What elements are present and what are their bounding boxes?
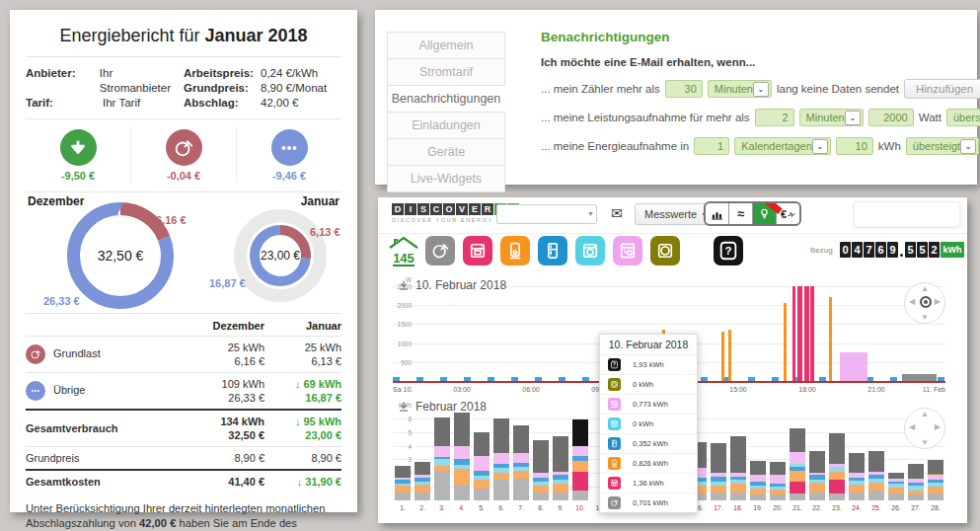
fridge-icon[interactable]: [538, 236, 567, 266]
day-chart-pan-control[interactable]: ▲▼ ◀▶: [904, 282, 945, 324]
bar-slot: [393, 466, 413, 500]
cost-view-icon[interactable]: €: [777, 203, 799, 224]
power-duration-select[interactable]: Minuten⌄: [799, 109, 864, 126]
bar-segment-rest: [434, 417, 450, 446]
tab-stromtarif[interactable]: Stromtarif: [387, 59, 505, 86]
pan-up-icon[interactable]: ▲: [921, 410, 929, 418]
meter-unit: kWh: [941, 242, 964, 258]
report-title: Energiebericht für Januar 2018: [26, 22, 341, 57]
energy-kwh-input[interactable]: [836, 137, 873, 155]
pan-down-icon[interactable]: ▼: [921, 438, 929, 447]
bar-segment-heater: [928, 487, 943, 493]
logo-letter: S: [417, 203, 429, 215]
energy-compare-select[interactable]: übersteigt⌄: [906, 137, 979, 155]
bar-segment-dishwasher: [572, 446, 588, 457]
bar-segment-rest: [908, 464, 924, 479]
consumption-table: Dezember Januar Grundlast25 kWh 6,16 €25…: [26, 316, 341, 493]
januar-value-cell: 8,90 €: [264, 447, 341, 471]
bar-segment-dishwasher: [770, 475, 786, 483]
bar-slot: [413, 462, 432, 500]
download-icon[interactable]: [398, 401, 410, 413]
power-event-oven: [810, 286, 814, 381]
bar-segment-plug: [572, 491, 588, 500]
tab-einladungen[interactable]: Einladungen: [387, 113, 505, 139]
tab-allgemein[interactable]: Allgemein: [387, 32, 505, 59]
day-label: 2.: [413, 504, 432, 511]
row-label-cell: Gesamtverbrauch: [26, 410, 179, 447]
rule-unit: kWh: [878, 140, 901, 152]
tab-benachrichtigungen[interactable]: Benachrichtigungen: [387, 86, 505, 113]
savings-item: -9,50 €: [26, 127, 130, 184]
download-icon[interactable]: [398, 279, 410, 291]
washer2-icon[interactable]: [650, 236, 680, 266]
pan-center-icon[interactable]: [920, 296, 932, 308]
home-meter-widget[interactable]: 145: [386, 236, 421, 266]
bar-slot: [867, 451, 886, 500]
dishwasher-icon[interactable]: [613, 236, 642, 266]
bar-slot: [709, 443, 728, 500]
chevron-down-icon: ⌄: [960, 139, 976, 154]
bar-slot: [472, 432, 491, 500]
view-toggle-group: ≈ €: [704, 201, 801, 226]
day-label: 18.: [728, 504, 748, 511]
pan-left-icon[interactable]: ◀: [909, 297, 915, 306]
donut-total: 23,00 €: [261, 249, 300, 263]
x-tick-label: 21:00: [867, 386, 885, 393]
waves-view-icon[interactable]: ≈: [729, 203, 753, 224]
bar-segment-dishwasher: [513, 453, 529, 463]
bar-chart-view-icon[interactable]: [706, 203, 729, 224]
bar-segment-rest: [553, 436, 568, 472]
meter-unit-select[interactable]: Minuten⌄: [708, 80, 772, 98]
savings-summary: -9,50 €-0,04 €-9,46 €: [26, 119, 341, 192]
power-watt-input[interactable]: [868, 109, 914, 126]
pan-right-icon[interactable]: ▶: [935, 297, 941, 306]
tab-livewidgets[interactable]: Live-Widgets: [387, 166, 505, 192]
bar-segment-plug: [750, 494, 766, 500]
report-title-month: Januar 2018: [205, 26, 308, 45]
savings-value: -0,04 €: [131, 170, 236, 182]
pan-down-icon[interactable]: ▼: [921, 313, 929, 322]
washer-icon[interactable]: [575, 236, 605, 266]
notification-rule-meter: ... mein Zähler mehr als Minuten⌄ lang k…: [541, 79, 977, 99]
plug-icon[interactable]: [425, 236, 455, 266]
add-meter-rule-button[interactable]: Hinzufügen: [904, 79, 980, 99]
meter-digit: 4: [852, 242, 863, 258]
bulb-beta-view-icon[interactable]: [753, 203, 777, 224]
day-label: 17.: [709, 504, 728, 511]
energy-days-input[interactable]: [694, 137, 729, 155]
jan-uebrige-callout: 16,87 €: [209, 277, 246, 289]
pan-up-icon[interactable]: ▲: [921, 284, 929, 293]
mail-icon[interactable]: ✉: [611, 205, 623, 221]
chart-tooltip: 10. Februar 2018 ?1,93 kWh0 kWh0,773 kWh…: [599, 334, 698, 513]
power-event-oven: [792, 286, 796, 381]
power-compare-select[interactable]: übersteigt⌄: [946, 109, 980, 126]
plug-icon: [608, 496, 621, 509]
heater-icon[interactable]: [500, 236, 530, 266]
bar-segment-rest: [770, 462, 786, 476]
pan-right-icon[interactable]: ▶: [935, 422, 941, 431]
day-label: 28.: [926, 504, 945, 511]
bar-segment-heater: [572, 461, 588, 472]
power-minutes-input[interactable]: [755, 109, 794, 126]
pan-left-icon[interactable]: ◀: [909, 422, 915, 431]
tab-gerte[interactable]: Geräte: [387, 139, 505, 166]
oven-icon[interactable]: [463, 236, 492, 266]
row-label: Grundpreis: [26, 452, 79, 464]
bar-segment-heater: [454, 469, 470, 485]
stacked-bar-day-27: [908, 464, 924, 500]
bar-segment-plug: [533, 493, 549, 500]
month-chart-pan-control[interactable]: ▲▼ ◀▶: [904, 408, 945, 449]
bar-segment-heater: [533, 486, 549, 493]
search-input[interactable]: [854, 201, 960, 227]
meter-combobox[interactable]: ▼: [496, 204, 597, 224]
stacked-bar-day-24: [849, 453, 865, 500]
unknown-icon[interactable]: ?: [714, 236, 743, 266]
stacked-bar-day-19: [750, 461, 766, 500]
meter-minutes-input[interactable]: [665, 80, 703, 98]
gridline: [393, 324, 945, 325]
bar-segment-plug: [888, 493, 904, 500]
logo-letter: C: [430, 203, 442, 215]
energy-period-select[interactable]: Kalendertagen⌄: [734, 137, 831, 155]
info-value: Ihr Tarif: [103, 96, 140, 111]
bar-slot: [748, 461, 768, 500]
